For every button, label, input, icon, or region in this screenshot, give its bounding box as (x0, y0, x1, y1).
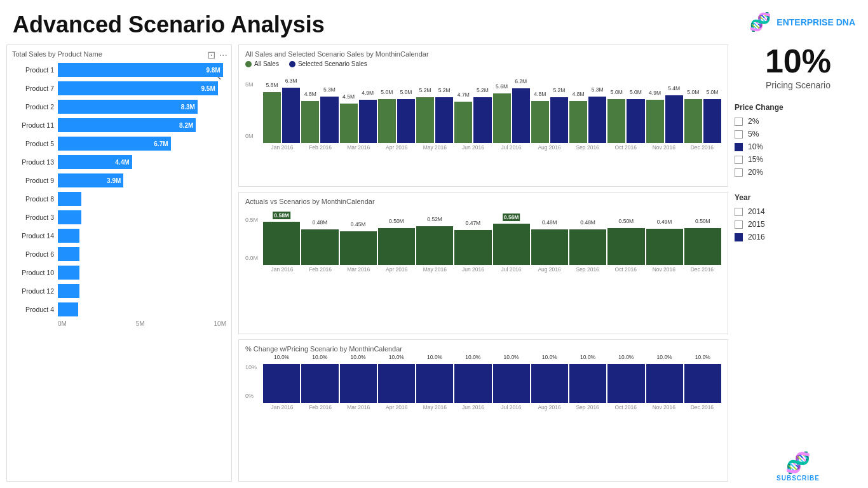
year-checkbox[interactable] (735, 220, 743, 229)
bar-track: 8.3M (58, 100, 226, 114)
price-checkbox[interactable] (735, 168, 743, 177)
bar-group: 4.9M5.4M (646, 95, 683, 143)
subscribe-area: 🧬 SUBSCRIBE (735, 451, 862, 482)
all-sales-bar: 4.9M (646, 100, 664, 143)
price-checkbox[interactable] (735, 118, 743, 126)
bar-label: Product 12 (12, 287, 58, 295)
bar-track: 1.3M (58, 247, 226, 261)
scenario-sales-dot (289, 61, 295, 67)
price-option-item[interactable]: 15% (735, 155, 862, 164)
pricing-scenario-section: 10% Pricing Scenario (735, 44, 862, 90)
year-options-list: 201420152016 (735, 207, 862, 241)
scenario-bar: 5.2M (473, 97, 491, 143)
bar-row: Product 134.4M (12, 154, 226, 170)
chart1-title: All Sales and Selected Scenario Sales by… (245, 50, 721, 58)
scenario-bar: 6.2M (512, 88, 530, 143)
scenario-bar: 5.4M (665, 95, 683, 143)
year-option-item[interactable]: 2015 (735, 220, 862, 229)
scenario-bar: 5.3M (588, 97, 606, 143)
bar-row: Product 118.2M (12, 117, 226, 133)
bar-row: Product 121.3M (12, 283, 226, 299)
price-option-label: 10% (748, 142, 763, 151)
bar-fill (58, 266, 79, 280)
bar-group: 5.0M5.0M (684, 99, 721, 143)
scenario-sales-label: Selected Scenario Sales (298, 60, 367, 67)
price-checkbox[interactable] (735, 156, 743, 164)
bar-row: Product 56.7M (12, 135, 226, 152)
pricing-label: Pricing Scenario (735, 80, 862, 90)
year-option-item[interactable]: 2016 (735, 233, 862, 241)
bar-track: 3.9M (58, 173, 226, 187)
bar-track: 9.5M (58, 81, 226, 95)
all-sales-bar: 5.0M (607, 99, 625, 143)
chart2-panel: Actuals vs Scenarios by MonthinCalendar … (238, 192, 728, 334)
price-option-item[interactable]: 10% (735, 142, 862, 151)
left-bar-chart-panel: Total Sales by Product Name ⊡ ··· ↖ Prod… (6, 44, 232, 482)
year-checkbox[interactable] (735, 233, 743, 241)
price-option-item[interactable]: 20% (735, 168, 862, 177)
bar-track: 9.8M (58, 63, 226, 77)
bar-value: 4.4M (115, 159, 129, 166)
chart2-title: Actuals vs Scenarios by MonthinCalendar (245, 198, 721, 205)
year-option-label: 2014 (748, 207, 765, 216)
bar-value: 9.8M (206, 67, 220, 74)
subscribe-label: SUBSCRIBE (735, 475, 862, 482)
bar-group: 5.0M5.0M (378, 99, 415, 143)
bar-row: Product 93.9M (12, 172, 226, 189)
actuals-bar: 0.58M (263, 222, 300, 265)
actuals-bar: 0.49M (646, 229, 683, 265)
actuals-bar: 0.48M (569, 229, 606, 265)
year-option-item[interactable]: 2014 (735, 207, 862, 216)
all-sales-bar: 4.8M (301, 101, 319, 144)
bar-label: Product 13 (12, 158, 58, 166)
expand-icon[interactable]: ⊡ (207, 49, 215, 61)
pct-change-bar: 10.0% (301, 364, 338, 403)
chart2-area: 0.5M 0.0M 0.58M0.48M0.45M0.50M0.52M0.47M… (245, 208, 721, 273)
price-checkbox[interactable] (735, 143, 743, 151)
bar-track: 1.2M (58, 302, 226, 316)
logo-area: 🧬 ENTERPRISE DNA (749, 11, 855, 32)
price-option-label: 2% (748, 117, 759, 126)
subscribe-dna-icon: 🧬 (735, 451, 862, 475)
bar-row: Product 31.4M (12, 209, 226, 226)
bar-group: 5.8M6.3M (263, 88, 300, 143)
price-option-label: 15% (748, 155, 763, 164)
bar-label: Product 5 (12, 140, 58, 147)
bar-row: Product 61.3M (12, 246, 226, 262)
actuals-bar: 0.50M (607, 228, 644, 265)
year-checkbox[interactable] (735, 208, 743, 216)
actuals-bar: 0.47M (454, 230, 491, 265)
right-panel: 10% Pricing Scenario Price Change 2%5%10… (728, 44, 862, 482)
bar-group: 4.7M5.2M (454, 97, 491, 143)
panel-toolbar[interactable]: ⊡ ··· (207, 49, 227, 61)
scenario-bar: 5.2M (435, 97, 453, 143)
chart3-panel: % Change w/Pricing Scenario by MonthinCa… (238, 339, 728, 482)
dna-icon: 🧬 (749, 11, 771, 32)
bar-label: Product 1 (12, 66, 58, 74)
bar-label: Product 9 (12, 177, 58, 184)
price-checkbox[interactable] (735, 130, 743, 139)
chart1-y-labels: 5M 0M (245, 70, 263, 151)
price-change-filter: Price Change 2%5%10%15%20% (735, 103, 862, 180)
bar-fill: 9.8M (58, 63, 223, 77)
more-icon[interactable]: ··· (219, 50, 227, 61)
bar-row: Product 19.8M (12, 62, 226, 78)
price-option-item[interactable]: 5% (735, 130, 862, 139)
year-option-label: 2015 (748, 220, 765, 229)
price-option-item[interactable]: 2% (735, 117, 862, 126)
pct-change-bar: 10.0% (263, 364, 300, 403)
bar-label: Product 14 (12, 232, 58, 240)
bar-group: 4.5M4.9M (340, 100, 377, 143)
actuals-bar: 0.52M (416, 226, 453, 265)
bar-value: 3.9M (107, 177, 121, 184)
actuals-bar: 0.48M (531, 229, 568, 265)
bar-fill: 3.9M (58, 173, 123, 187)
year-filter: Year 201420152016 (735, 193, 862, 245)
pct-change-bar: 10.0% (416, 364, 453, 403)
pct-change-bar: 10.0% (493, 364, 530, 403)
scenario-bar: 5.0M (397, 99, 415, 143)
bar-axis: 0M 5M 10M (12, 320, 226, 327)
brand-name: ENTERPRISE DNA (776, 17, 855, 27)
bar-group: 4.8M5.3M (301, 97, 338, 143)
actuals-bar: 0.50M (684, 228, 721, 265)
